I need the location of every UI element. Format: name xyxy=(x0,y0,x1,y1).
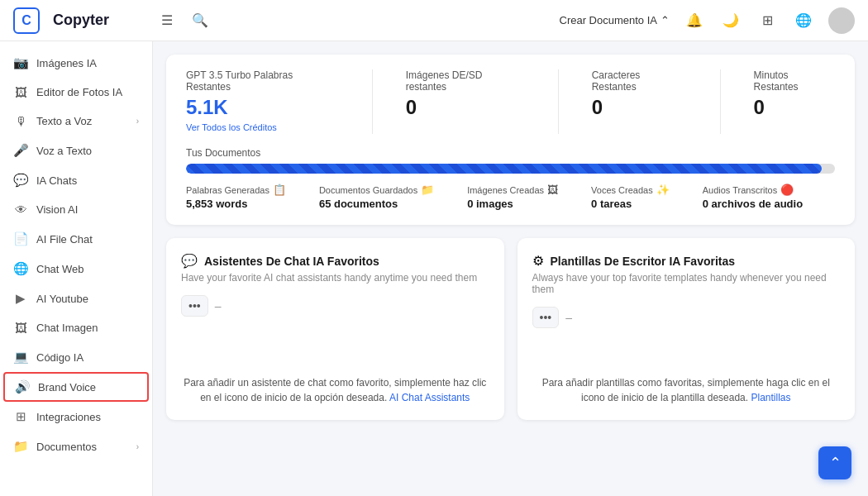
palabras-stat: Palabras Generadas 📋 5,853 words xyxy=(186,184,286,210)
logo-text: Copyter xyxy=(53,12,109,29)
folder-icon: 📁 xyxy=(13,439,28,454)
moon-icon[interactable]: 🌙 xyxy=(719,9,742,32)
sidebar: 📷 Imágenes IA 🖼 Editor de Fotos IA 🎙 Tex… xyxy=(0,41,153,496)
chat-fav-subtitle: Have your favorite AI chat assistants ha… xyxy=(181,272,489,284)
stats-row: Palabras Generadas 📋 5,853 words Documen… xyxy=(186,184,835,210)
credits-card: GPT 3.5 Turbo Palabras Restantes 5.1K Ve… xyxy=(166,55,855,225)
chat-favorites-card: 💬 Asistentes De Chat IA Favoritos Have y… xyxy=(166,238,504,420)
template-arrow-btn[interactable]: – xyxy=(565,311,572,324)
mic2-icon: 🎤 xyxy=(13,143,28,158)
separator xyxy=(372,69,373,134)
plantillas-link[interactable]: Plantillas xyxy=(751,392,790,403)
bell-icon[interactable]: 🔔 xyxy=(683,9,706,32)
minutes-value: 0 xyxy=(754,96,835,119)
sidebar-item-ia-chats[interactable]: 💬 IA Chats xyxy=(0,165,152,195)
globe-icon[interactable]: 🌐 xyxy=(792,9,815,32)
template-fav-title: Plantillas De Escritor IA Favoritas xyxy=(551,255,736,268)
credits-link[interactable]: Ver Todos los Créditos xyxy=(186,122,277,132)
sidebar-item-chat-web[interactable]: 🌐 Chat Web xyxy=(0,254,152,284)
template-favorites-card: ⚙ Plantillas De Escritor IA Favoritas Al… xyxy=(517,238,856,420)
chat-fav-icon: 💬 xyxy=(181,253,198,269)
logo-icon: C xyxy=(13,7,40,34)
file-chat-icon: 📄 xyxy=(13,231,28,246)
sidebar-item-chat-imagen[interactable]: 🖼 Chat Imagen xyxy=(0,313,152,342)
search-icon[interactable]: 🔍 xyxy=(188,9,212,32)
separator3 xyxy=(720,69,721,134)
main-content: GPT 3.5 Turbo Palabras Restantes 5.1K Ve… xyxy=(153,41,868,496)
chars-value: 0 xyxy=(592,96,687,119)
chat-fav-header: 💬 Asistentes De Chat IA Favoritos xyxy=(181,253,489,269)
minutes-label: Minutos Restantes xyxy=(754,69,835,93)
chat-fav-footer: Para añadir un asistente de chat como fa… xyxy=(181,375,489,405)
sidebar-item-voz-texto[interactable]: 🎤 Voz a Texto xyxy=(0,136,152,165)
image-chat-icon: 🖼 xyxy=(13,321,28,335)
chevron-right-icon2: › xyxy=(136,442,139,451)
photo-edit-icon: 🖼 xyxy=(13,85,28,99)
expand-icon[interactable]: ⊞ xyxy=(756,9,779,32)
documentos-value: 65 documentos xyxy=(319,198,434,210)
template-fav-icon: ⚙ xyxy=(532,253,544,269)
progress-bar-fill xyxy=(186,164,822,174)
voces-icon: ✨ xyxy=(656,184,670,196)
mic-icon: 🎙 xyxy=(13,114,28,128)
documentos-icon: 📁 xyxy=(421,184,434,196)
eye-icon: 👁 xyxy=(13,203,28,217)
code-icon: 💻 xyxy=(13,350,28,365)
documentos-stat: Documentos Guardados 📁 65 documentos xyxy=(319,184,434,210)
chevron-right-icon: › xyxy=(136,117,139,126)
separator2 xyxy=(558,69,559,134)
sidebar-item-integraciones[interactable]: ⊞ Integraciones xyxy=(0,402,152,432)
chevron-up-icon: ⌃ xyxy=(661,14,670,26)
menu-icon[interactable]: ☰ xyxy=(155,9,179,32)
sidebar-item-ai-youtube[interactable]: ▶ AI Youtube xyxy=(0,284,152,313)
chat-dots-button[interactable]: ••• xyxy=(181,295,208,317)
camera-icon: 📷 xyxy=(13,55,28,70)
web-icon: 🌐 xyxy=(13,261,28,276)
audios-value: 0 archivos de audio xyxy=(703,198,803,210)
chat-icon: 💬 xyxy=(13,173,28,188)
documentos-label: Documentos Guardados 📁 xyxy=(319,184,434,196)
chars-credits-block: Caracteres Restantes 0 xyxy=(592,69,687,119)
audios-icon: 🔴 xyxy=(780,184,794,196)
chars-label: Caracteres Restantes xyxy=(592,69,687,93)
chevron-up-icon2: ⌃ xyxy=(829,454,842,472)
sidebar-item-imagenes-ia[interactable]: 📷 Imágenes IA xyxy=(0,48,152,78)
youtube-icon: ▶ xyxy=(13,291,28,306)
voces-label: Voces Creadas ✨ xyxy=(591,184,670,196)
audios-label: Audios Transcritos 🔴 xyxy=(703,184,803,196)
imagenes-stat: Imágenes Creadas 🖼 0 images xyxy=(467,184,558,210)
voces-stat: Voces Creadas ✨ 0 tareas xyxy=(591,184,670,210)
palabras-icon: 📋 xyxy=(273,184,286,196)
palabras-value: 5,853 words xyxy=(186,198,286,210)
user-avatar[interactable] xyxy=(828,7,855,34)
gpt-value: 5.1K xyxy=(186,96,339,119)
chat-assistants-link[interactable]: AI Chat Assistants xyxy=(389,392,470,403)
progress-bar-bg xyxy=(186,164,835,174)
template-fav-controls: ••• – xyxy=(532,307,841,328)
sidebar-item-ai-file-chat[interactable]: 📄 AI File Chat xyxy=(0,224,152,254)
brand-voice-icon: 🔊 xyxy=(15,379,30,394)
chat-arrow-btn[interactable]: – xyxy=(215,299,222,312)
integrations-icon: ⊞ xyxy=(13,409,28,424)
palabras-label: Palabras Generadas 📋 xyxy=(186,184,286,196)
scroll-top-button[interactable]: ⌃ xyxy=(818,446,851,479)
imagenes-value: 0 images xyxy=(467,198,558,210)
voces-value: 0 tareas xyxy=(591,198,670,210)
chat-fav-title: Asistentes De Chat IA Favoritos xyxy=(204,255,379,268)
images-credits-block: Imágenes DE/SD restantes 0 xyxy=(406,69,525,119)
app-header: C Copyter ☰ 🔍 Crear Documento IA ⌃ 🔔 🌙 ⊞… xyxy=(0,0,868,41)
sidebar-item-texto-voz[interactable]: 🎙 Texto a Voz › xyxy=(0,107,152,136)
template-fav-footer: Para añadir plantillas como favoritas, s… xyxy=(532,375,841,405)
gpt-credits-block: GPT 3.5 Turbo Palabras Restantes 5.1K Ve… xyxy=(186,69,339,134)
template-dots-button[interactable]: ••• xyxy=(532,307,560,328)
sidebar-item-brand-voice[interactable]: 🔊 Brand Voice xyxy=(3,372,149,402)
create-document-button[interactable]: Crear Documento IA ⌃ xyxy=(560,14,670,26)
gpt-label: GPT 3.5 Turbo Palabras Restantes xyxy=(186,69,339,93)
sidebar-item-documentos[interactable]: 📁 Documentos › xyxy=(0,432,152,461)
audios-stat: Audios Transcritos 🔴 0 archivos de audio xyxy=(703,184,803,210)
images-value: 0 xyxy=(406,96,525,119)
images-label: Imágenes DE/SD restantes xyxy=(406,69,525,93)
sidebar-item-editor-fotos[interactable]: 🖼 Editor de Fotos IA xyxy=(0,78,152,107)
sidebar-item-vision-ai[interactable]: 👁 Vision AI xyxy=(0,195,152,224)
sidebar-item-codigo-ia[interactable]: 💻 Código IA xyxy=(0,342,152,372)
